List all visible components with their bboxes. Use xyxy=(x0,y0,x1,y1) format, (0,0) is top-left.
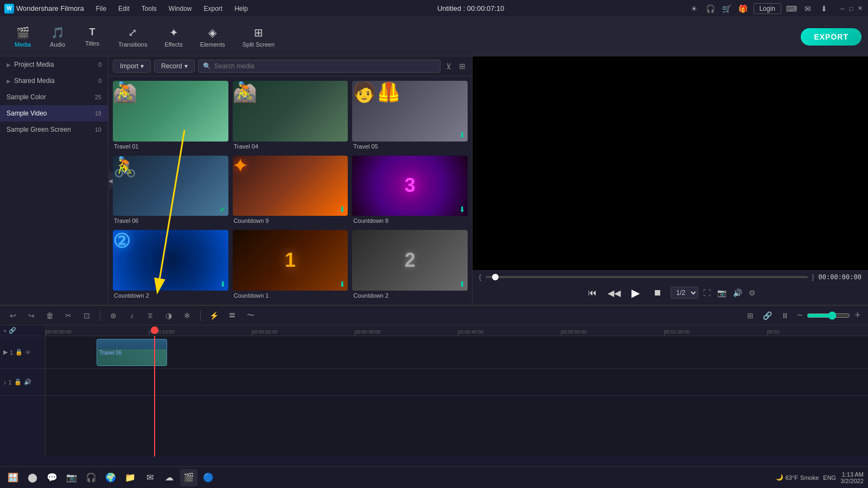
toolbar-elements[interactable]: ◈ Elements xyxy=(193,23,233,51)
keyboard-icon[interactable]: ⌨ xyxy=(786,3,797,15)
delete-button[interactable]: 🗑 xyxy=(42,308,58,323)
detach-audio-button[interactable]: ♪ xyxy=(124,308,139,323)
add-video-track-icon[interactable]: + xyxy=(3,328,7,334)
speed-select[interactable]: 1/2 1/4 1 2 xyxy=(671,287,698,299)
full-screen-icon[interactable]: ⛶ xyxy=(701,287,712,299)
toolbar-splitscreen[interactable]: ⊞ Split Screen xyxy=(235,23,282,51)
color-match-button[interactable]: ◑ xyxy=(161,308,176,323)
video-clip-travel06[interactable]: Travel 06 xyxy=(97,339,167,366)
media-card-countdown8[interactable]: 3 ⬇ Countdown 8 xyxy=(352,156,468,226)
freeze-frame-button[interactable]: ❄ xyxy=(180,308,195,323)
skip-back-button[interactable]: ⏮ xyxy=(584,284,601,301)
media-card-travel04[interactable]: 🚵 Travel 04 xyxy=(233,81,348,151)
waveform-button[interactable]: 〜 xyxy=(243,308,258,323)
mail-icon[interactable]: ✉ xyxy=(141,469,158,486)
toolbar-effects[interactable]: ✦ Effects xyxy=(157,23,190,51)
toolbar-media[interactable]: 🎬 Media xyxy=(7,23,39,51)
stop-button[interactable]: ⏹ xyxy=(649,284,666,301)
cart-icon[interactable]: 🛒 xyxy=(721,3,733,15)
filter-icon[interactable]: ⊻ xyxy=(444,61,454,72)
settings-icon[interactable]: ⚙ xyxy=(747,287,757,299)
menu-export[interactable]: Export xyxy=(199,4,228,14)
gift-icon[interactable]: 🎁 xyxy=(737,3,749,15)
dropbox-icon[interactable]: ☁ xyxy=(161,469,178,486)
lock-icon-video1[interactable]: 🔒 xyxy=(15,349,23,356)
export-button[interactable]: EXPORT xyxy=(801,28,861,46)
maximize-button[interactable]: □ xyxy=(847,5,855,12)
insert-button[interactable]: ⊕ xyxy=(106,308,121,323)
media-card-countdown2b[interactable]: 2 ⬇ Countdown 2 xyxy=(352,230,468,300)
weather-info: 🌙 63°F Smoke xyxy=(776,474,819,481)
spotify-icon[interactable]: 🎧 xyxy=(82,469,100,486)
timeline-scrubber: { } 00:00:00:00 xyxy=(479,273,861,281)
crop-button[interactable]: ⊡ xyxy=(79,308,94,323)
explorer-icon[interactable]: 📁 xyxy=(122,469,139,486)
step-back-button[interactable]: ◀◀ xyxy=(605,284,623,301)
minimize-button[interactable]: ─ xyxy=(839,5,846,12)
toolbar-transitions[interactable]: ⤢ Transitions xyxy=(111,23,155,51)
menu-window[interactable]: Window xyxy=(163,4,197,14)
headphones-icon[interactable]: 🎧 xyxy=(705,3,717,15)
panel-sample-color[interactable]: Sample Color 25 xyxy=(0,89,108,105)
search-taskbar-icon[interactable]: ⬤ xyxy=(24,469,41,486)
add-track-button[interactable]: ⊞ xyxy=(743,308,758,323)
panel-shared-media[interactable]: ▶ Shared Media 0 xyxy=(0,73,108,89)
bracket-left-icon[interactable]: { xyxy=(479,273,481,281)
taskview-icon[interactable]: 💬 xyxy=(43,469,61,486)
close-button[interactable]: ✕ xyxy=(856,5,864,12)
search-input[interactable] xyxy=(214,62,436,70)
zoom-slider[interactable] xyxy=(807,311,850,320)
download-icon[interactable]: ⬇ xyxy=(818,3,830,15)
eye-icon-video1[interactable]: 👁 xyxy=(25,349,31,356)
start-button[interactable]: 🪟 xyxy=(4,469,22,486)
teams-icon[interactable]: 📷 xyxy=(63,469,80,486)
zoom-out-button[interactable]: − xyxy=(795,309,805,322)
volume-icon-audio1[interactable]: 🔊 xyxy=(24,378,31,386)
app-icon-blue[interactable]: 🔵 xyxy=(200,469,217,486)
panel-sample-video[interactable]: Sample Video 18 xyxy=(0,105,108,121)
ripple-delete-button[interactable]: 〓 xyxy=(225,308,240,323)
play-pause-button[interactable]: ⏸ xyxy=(777,308,793,323)
volume-icon[interactable]: 🔊 xyxy=(731,287,744,299)
link-button[interactable]: 🔗 xyxy=(760,308,775,323)
media-card-countdown1[interactable]: 1 ⬇ Countdown 1 xyxy=(233,230,348,300)
clip-label: Travel 06 xyxy=(99,350,122,356)
media-card-travel06[interactable]: 🚴 ✔ Travel 06 xyxy=(113,156,228,226)
play-button[interactable]: ▶ xyxy=(627,284,644,301)
undo-button[interactable]: ↩ xyxy=(5,308,21,323)
menu-edit[interactable]: Edit xyxy=(113,4,135,14)
link-tracks-icon[interactable]: 🔗 xyxy=(9,327,16,334)
track-label-video1: ▶ 1 🔒 👁 xyxy=(0,336,45,369)
menu-file[interactable]: File xyxy=(91,4,112,14)
redo-button[interactable]: ↪ xyxy=(24,308,39,323)
menu-tools[interactable]: Tools xyxy=(136,4,162,14)
media-card-travel01[interactable]: 🚵 Travel 01 xyxy=(113,81,228,151)
lock-icon-audio1[interactable]: 🔒 xyxy=(14,378,22,386)
bracket-right-icon[interactable]: } xyxy=(812,273,814,281)
import-button[interactable]: Import ▾ xyxy=(113,60,151,73)
scrubber-track[interactable] xyxy=(486,276,807,278)
timeline-tracks: 00:00:00:00 00:00:10:00 00:00:20:00 00:0… xyxy=(46,325,868,457)
filmora-taskbar-icon[interactable]: 🎬 xyxy=(180,469,197,486)
toolbar-audio[interactable]: 🎵 Audio xyxy=(41,23,74,51)
panel-project-media[interactable]: ▶ Project Media 0 xyxy=(0,56,108,73)
zoom-in-button[interactable]: + xyxy=(852,309,863,322)
ruler-line-3 xyxy=(355,332,355,336)
media-card-countdown9[interactable]: ✦ ⬇ Countdown 9 xyxy=(233,156,348,226)
speed-button[interactable]: ⧖ xyxy=(143,308,158,323)
theme-icon[interactable]: ☀ xyxy=(688,3,700,15)
menu-help[interactable]: Help xyxy=(229,4,253,14)
browser-icon[interactable]: 🌍 xyxy=(102,469,119,486)
record-button[interactable]: Record ▾ xyxy=(154,60,195,73)
panel-sample-green[interactable]: Sample Green Screen 10 xyxy=(0,121,108,138)
login-button[interactable]: Login xyxy=(754,3,781,14)
media-card-countdown2a[interactable]: ② ⬇ Countdown 2 xyxy=(113,230,228,300)
email-icon[interactable]: ✉ xyxy=(802,3,814,15)
split-button[interactable]: ⚡ xyxy=(206,308,221,323)
toolbar-titles[interactable]: T Titles xyxy=(76,23,108,50)
media-card-travel05[interactable]: 🧑‍🦺 ⬇ Travel 05 xyxy=(352,81,468,151)
ruler-line-7 xyxy=(767,332,768,336)
cut-button[interactable]: ✂ xyxy=(61,308,76,323)
snapshot-icon[interactable]: 📷 xyxy=(716,287,728,299)
grid-view-icon[interactable]: ⊞ xyxy=(457,61,468,72)
